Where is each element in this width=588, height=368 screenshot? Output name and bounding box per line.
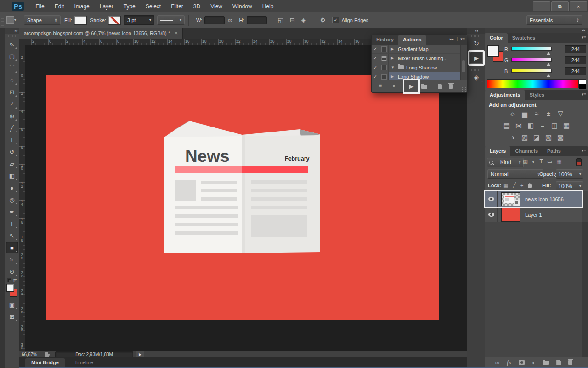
lock-position-icon[interactable]: +	[520, 183, 523, 188]
lock-all-icon[interactable]	[528, 184, 532, 188]
rectangular-marquee-tool[interactable]: ▢	[6, 50, 18, 62]
gradient-map-icon[interactable]: ▧	[545, 133, 553, 142]
channel-slider[interactable]	[511, 69, 552, 73]
lock-transparent-pixels-icon[interactable]: ▦	[503, 182, 508, 188]
collapsed-history-panel-icon[interactable]: ↻	[471, 38, 482, 48]
menu-item[interactable]: Layer	[95, 0, 119, 12]
height-input[interactable]	[247, 16, 267, 24]
hue-saturation-icon[interactable]: ▤	[503, 121, 511, 130]
dialog-toggle-box[interactable]	[379, 54, 389, 63]
eyedropper-tool[interactable]: ∕	[6, 98, 18, 110]
channel-slider[interactable]	[511, 47, 552, 51]
menu-item[interactable]: Help	[257, 0, 279, 12]
slider-thumb-icon[interactable]	[547, 72, 550, 77]
toggle-item-check-icon[interactable]: ✓	[372, 54, 379, 63]
zoom-level-field[interactable]: 66,67%	[22, 352, 41, 357]
channel-value-field[interactable]: 244	[565, 67, 586, 75]
panel-tab[interactable]: History	[372, 35, 398, 45]
opacity-field[interactable]: 100%▾	[556, 169, 583, 179]
delete-layer-icon[interactable]	[568, 359, 572, 366]
eraser-tool[interactable]: ▱	[6, 158, 18, 170]
tool-preset-icon[interactable]	[6, 16, 14, 24]
color-balance-icon[interactable]: ⋈	[515, 121, 523, 130]
play-selection-button[interactable]: ▶	[403, 79, 420, 94]
scrollbar-thumb[interactable]	[462, 60, 465, 72]
levels-icon[interactable]: ▅	[521, 109, 529, 118]
close-icon[interactable]: ×	[570, 1, 587, 12]
workspace-select[interactable]: Essentials⇕	[526, 15, 582, 25]
layer-mask-icon[interactable]	[519, 359, 525, 366]
black-white-icon[interactable]: ◧	[527, 121, 535, 130]
color-spectrum-ramp[interactable]	[487, 79, 579, 88]
expand-arrow-icon[interactable]: ▼	[391, 65, 396, 69]
panel-tab[interactable]: Color	[485, 33, 508, 43]
minimize-icon[interactable]: —	[533, 1, 550, 12]
type-tool[interactable]: T	[6, 218, 18, 230]
dialog-toggle-box[interactable]	[379, 45, 389, 53]
document-tab[interactable]: arcompdsgn.blogspot.com @ 66,7% (news-ic…	[19, 28, 183, 39]
width-input[interactable]	[204, 16, 225, 24]
dialog-toggle-box[interactable]	[379, 63, 389, 72]
action-row[interactable]: ✓ ▶ Mixer Brush Cloning...	[372, 54, 461, 63]
default-colors-icon[interactable]	[7, 278, 11, 282]
collapsed-actions-play-button[interactable]: ▶	[468, 50, 485, 66]
channel-value-field[interactable]: 244	[565, 56, 586, 64]
fill-swatch[interactable]	[74, 16, 86, 24]
layer-row[interactable]: Layer 1	[485, 207, 582, 223]
filter-adjustment-layers-icon[interactable]: ◐	[532, 158, 535, 165]
layer-effects-icon[interactable]: fx	[507, 359, 511, 366]
new-adjustment-layer-icon[interactable]: ◐	[532, 359, 536, 366]
toggle-item-check-icon[interactable]: ✓	[372, 63, 379, 72]
menu-item[interactable]: Select	[141, 0, 166, 12]
crop-tool[interactable]: ⊡	[6, 86, 18, 98]
zoom-tool[interactable]: ⊙	[6, 265, 18, 277]
slider-thumb-icon[interactable]	[547, 50, 550, 55]
path-alignment-icon[interactable]: ⊟	[290, 17, 295, 23]
panel-tab[interactable]: Layers	[485, 146, 510, 156]
clone-stamp-tool[interactable]: ⊥	[6, 134, 18, 146]
link-dimensions-icon[interactable]: ∞	[228, 17, 232, 23]
expand-arrow-icon[interactable]: ▶	[391, 56, 396, 60]
panel-tab[interactable]: Actions	[398, 35, 426, 45]
hand-tool[interactable]: ☞	[6, 253, 18, 265]
invert-icon[interactable]: ◑	[509, 133, 517, 142]
gear-icon[interactable]: ⚙	[320, 17, 326, 23]
fill-field[interactable]: 100%▾	[556, 181, 583, 191]
panel-menu-icon[interactable]: ▾≡	[582, 148, 586, 153]
panel-tab[interactable]: Channels	[510, 146, 543, 156]
tool-mode-select[interactable]: Shape⇕	[24, 15, 61, 25]
menu-item[interactable]: View	[205, 0, 227, 12]
quick-mask-tool[interactable]: ▣	[6, 299, 18, 310]
layer-thumbnail[interactable]	[501, 208, 520, 222]
create-new-action-button[interactable]	[438, 84, 442, 90]
action-row[interactable]: ✓ ▼ Long Shadow	[372, 63, 461, 72]
begin-recording-button[interactable]: ●	[392, 83, 396, 88]
expand-arrow-icon[interactable]: ▶	[391, 75, 396, 79]
layer-filter-select[interactable]: Kind ⇕	[487, 158, 524, 167]
move-tool[interactable]: ⇖	[6, 38, 18, 50]
channel-slider[interactable]	[511, 58, 552, 62]
dodge-tool[interactable]: ◎	[6, 194, 18, 206]
stop-playing-button[interactable]: ■	[379, 83, 382, 88]
panel-tab[interactable]: Swatches	[508, 33, 540, 43]
exposure-icon[interactable]: ±	[545, 109, 553, 118]
create-new-set-button[interactable]	[421, 84, 427, 90]
stroke-swatch[interactable]	[108, 16, 120, 24]
channel-value-field[interactable]: 244	[565, 45, 586, 53]
expand-panel-icon[interactable]: ▸▸	[450, 37, 454, 41]
stroke-style-select[interactable]: ▾	[157, 15, 185, 25]
quick-selection-tool[interactable]: ◌	[6, 74, 18, 86]
link-layers-icon[interactable]: ∞	[495, 359, 499, 366]
panel-tab[interactable]: Adjustments	[485, 90, 525, 100]
new-layer-icon[interactable]	[556, 359, 561, 366]
new-group-icon[interactable]	[543, 359, 549, 366]
spot-healing-brush-tool[interactable]: ⊕	[6, 110, 18, 122]
layer-visibility-cell[interactable]	[485, 191, 498, 207]
panel-tab[interactable]: Styles	[525, 90, 549, 100]
path-selection-tool[interactable]: ↖	[6, 230, 18, 242]
bottom-tab[interactable]: Mini Bridge	[25, 358, 65, 367]
status-menu-arrow-icon[interactable]: ▶	[136, 351, 144, 357]
layer-visibility-cell[interactable]	[485, 207, 498, 222]
pen-tool[interactable]: ✒	[6, 206, 18, 218]
path-arrangement-icon[interactable]: ◈	[301, 17, 306, 23]
